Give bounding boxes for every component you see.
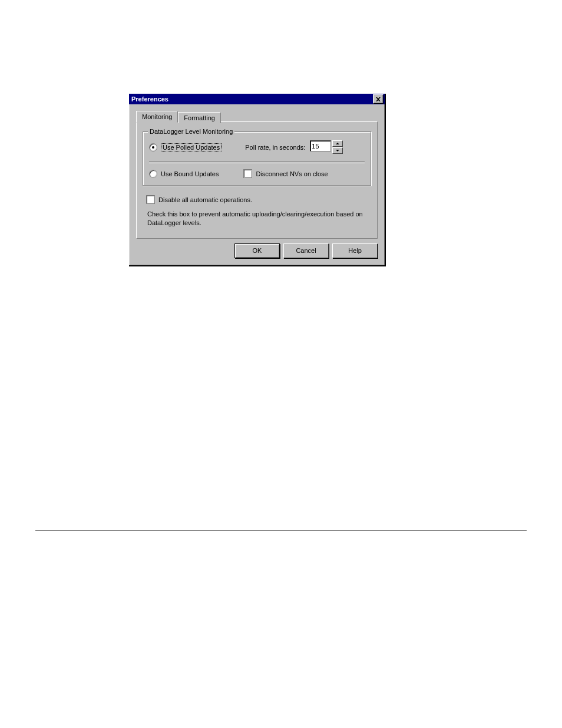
help-text: Check this box to prevent automatic uplo… bbox=[147, 210, 368, 228]
preferences-dialog: Preferences Monitoring Formatting DataLo… bbox=[129, 94, 386, 266]
spin-up-button[interactable] bbox=[332, 140, 343, 147]
help-button[interactable]: Help bbox=[332, 243, 378, 258]
checkbox-disable-automatic[interactable] bbox=[146, 195, 155, 204]
tab-panel-monitoring: DataLogger Level Monitoring Use Polled U… bbox=[136, 121, 378, 239]
pollrate-spinner bbox=[310, 140, 343, 154]
section-disable: Disable all automatic operations. Check … bbox=[143, 192, 371, 228]
tab-formatting[interactable]: Formatting bbox=[178, 112, 221, 123]
radio-label-bound[interactable]: Use Bound Updates bbox=[161, 170, 219, 177]
button-row: OK Cancel Help bbox=[136, 243, 378, 258]
tab-monitoring[interactable]: Monitoring bbox=[136, 111, 178, 123]
pollrate-input[interactable] bbox=[310, 140, 331, 151]
button-label: Help bbox=[348, 247, 362, 254]
spin-down-button[interactable] bbox=[332, 147, 343, 154]
radio-use-polled-updates[interactable] bbox=[149, 143, 157, 151]
close-icon bbox=[376, 97, 381, 101]
close-button[interactable] bbox=[373, 94, 384, 104]
dialog-title: Preferences bbox=[131, 95, 168, 103]
divider bbox=[149, 161, 365, 163]
cancel-button[interactable]: Cancel bbox=[283, 243, 329, 258]
group-datalogger-level-monitoring: DataLogger Level Monitoring Use Polled U… bbox=[143, 131, 371, 186]
dialog-body: Monitoring Formatting DataLogger Level M… bbox=[129, 104, 385, 265]
ok-button[interactable]: OK bbox=[234, 243, 280, 258]
checkbox-label-disable[interactable]: Disable all automatic operations. bbox=[158, 196, 252, 203]
titlebar: Preferences bbox=[129, 94, 385, 104]
chevron-down-icon bbox=[336, 150, 339, 151]
button-label: Cancel bbox=[296, 247, 316, 254]
radio-label-polled[interactable]: Use Polled Updates bbox=[161, 143, 222, 151]
checkbox-label-disconnect[interactable]: Disconnect NVs on close bbox=[256, 170, 328, 177]
group-title: DataLogger Level Monitoring bbox=[148, 128, 234, 135]
pollrate-label: Poll rate, in seconds: bbox=[245, 144, 305, 151]
spin-buttons bbox=[332, 140, 343, 154]
checkbox-disconnect-nvs[interactable] bbox=[243, 169, 252, 178]
tab-label: Formatting bbox=[184, 114, 215, 121]
tab-label: Monitoring bbox=[142, 113, 172, 120]
radio-use-bound-updates[interactable] bbox=[149, 170, 157, 178]
chevron-up-icon bbox=[336, 143, 339, 144]
radio-dot-icon bbox=[152, 146, 154, 149]
tab-strip: Monitoring Formatting bbox=[136, 110, 378, 122]
row-bound-updates: Use Bound Updates Disconnect NVs on clos… bbox=[149, 169, 365, 178]
row-disable-auto: Disable all automatic operations. bbox=[146, 195, 368, 204]
page-divider bbox=[35, 531, 527, 531]
row-polled-updates: Use Polled Updates Poll rate, in seconds… bbox=[149, 140, 365, 154]
button-label: OK bbox=[253, 247, 262, 254]
